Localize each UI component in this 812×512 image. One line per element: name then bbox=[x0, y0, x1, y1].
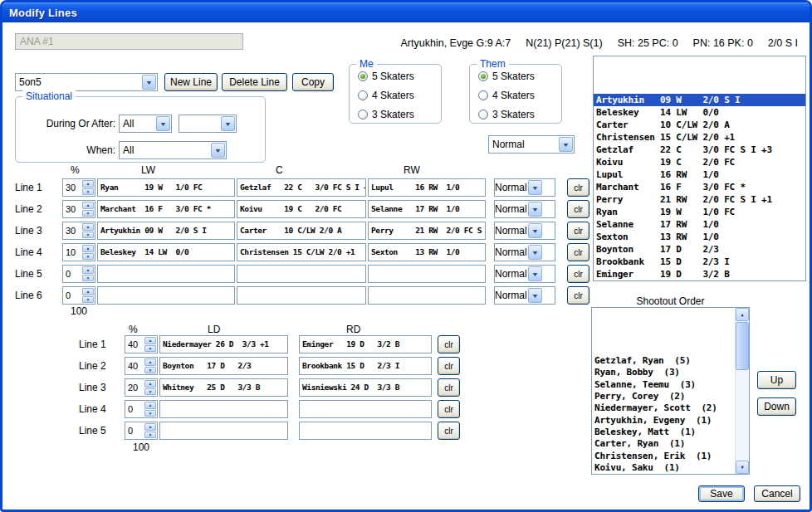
scrollbar-thumb[interactable] bbox=[736, 322, 749, 370]
rw-player-field[interactable]: Lupul 16 RW 1/0 bbox=[368, 178, 486, 197]
c-player-field[interactable]: Carter 10 C/LW 2/0 A bbox=[237, 222, 366, 240]
save-button[interactable]: Save bbox=[698, 485, 745, 502]
roster-player-row[interactable]: Carter 10 C/LW 2/0 A bbox=[594, 119, 805, 131]
spinner-up-icon[interactable] bbox=[144, 358, 156, 366]
spinner-up-icon[interactable] bbox=[144, 380, 156, 388]
roster-player-row[interactable]: Lupul 16 RW 1/0 bbox=[594, 168, 805, 181]
shootout-player-row[interactable]: Lupul, Joffrey (1) bbox=[592, 474, 735, 475]
shootout-player-row[interactable]: Christensen, Erik (1) bbox=[592, 451, 735, 462]
line-tactic-select[interactable]: Normal bbox=[494, 178, 555, 197]
chevron-down-icon[interactable] bbox=[528, 288, 542, 303]
rd-player-field[interactable]: Eminger 19 D 3/2 B bbox=[299, 335, 432, 354]
copy-button[interactable]: Copy bbox=[292, 73, 334, 91]
shootout-player-row[interactable]: Artyukhin, Evgeny (1) bbox=[592, 415, 735, 427]
spinner-up-icon[interactable] bbox=[82, 223, 94, 231]
roster-list[interactable]: Artyukhin 09 W 2/0 S IBeleskey 14 LW 0/0… bbox=[593, 56, 806, 281]
chevron-down-icon[interactable] bbox=[528, 202, 542, 217]
shootout-player-row[interactable]: Koivu, Saku (1) bbox=[592, 462, 735, 474]
clear-line-button[interactable]: clr bbox=[567, 286, 589, 305]
line-tactic-select[interactable]: Normal bbox=[494, 222, 555, 240]
shootout-player-row[interactable]: Getzlaf, Ryan (5) bbox=[592, 355, 735, 367]
formation-select[interactable]: 5on5 bbox=[15, 73, 158, 91]
scroll-up-icon[interactable] bbox=[736, 308, 749, 321]
line-tactic-select[interactable]: Normal bbox=[494, 286, 555, 305]
rw-player-field[interactable] bbox=[368, 286, 486, 305]
c-player-field[interactable] bbox=[237, 286, 366, 305]
down-button[interactable]: Down bbox=[757, 397, 796, 416]
shootout-player-row[interactable]: Perry, Corey (2) bbox=[592, 391, 735, 402]
c-player-field[interactable]: Getzlaf 22 C 3/0 FC S I +3 bbox=[237, 178, 366, 197]
spinner-up-icon[interactable] bbox=[144, 402, 156, 409]
chevron-down-icon[interactable] bbox=[528, 245, 542, 260]
spinner-down-icon[interactable] bbox=[82, 275, 94, 282]
clear-line-button[interactable]: clr bbox=[567, 243, 589, 261]
spinner-up-icon[interactable] bbox=[82, 266, 94, 274]
lw-player-field[interactable] bbox=[97, 265, 235, 283]
lw-player-field[interactable]: Marchant 16 F 3/0 FC * bbox=[97, 200, 235, 218]
chevron-down-icon[interactable] bbox=[559, 137, 573, 152]
c-player-field[interactable]: Koivu 19 C 2/0 FC bbox=[237, 200, 366, 218]
chevron-down-icon[interactable] bbox=[528, 266, 542, 281]
line-pct-spinner[interactable]: 30 bbox=[62, 178, 95, 197]
shootout-scrollbar[interactable] bbox=[735, 308, 749, 474]
roster-player-row[interactable]: Koivu 19 C 2/0 FC bbox=[594, 156, 805, 168]
roster-player-row[interactable]: Marchant 16 F 3/0 FC * bbox=[594, 181, 805, 193]
shootout-player-row[interactable]: Carter, Ryan (1) bbox=[592, 438, 735, 450]
rd-player-field[interactable] bbox=[299, 400, 432, 418]
clear-line-button[interactable]: clr bbox=[567, 222, 589, 240]
new-line-button[interactable]: New Line bbox=[164, 73, 218, 91]
spinner-up-icon[interactable] bbox=[144, 337, 156, 344]
up-button[interactable]: Up bbox=[757, 371, 796, 389]
ld-player-field[interactable] bbox=[159, 400, 288, 418]
roster-player-row[interactable]: Boynton 17 D 2/3 bbox=[594, 243, 805, 256]
them-4-skaters-radio[interactable]: 4 Skaters bbox=[478, 89, 535, 102]
clear-line-button[interactable]: clr bbox=[438, 422, 460, 440]
line-tactic-select[interactable]: Normal bbox=[494, 243, 555, 261]
shootout-player-row[interactable]: Niedermayer, Scott (2) bbox=[592, 402, 735, 414]
lw-player-field[interactable]: Artyukhin 09 W 2/0 S I bbox=[97, 222, 235, 240]
me-3-skaters-radio[interactable]: 3 Skaters bbox=[358, 108, 414, 121]
roster-player-row[interactable]: Getzlaf 22 C 3/0 FC S I +3 bbox=[594, 144, 805, 156]
spinner-up-icon[interactable] bbox=[144, 423, 156, 431]
shootout-player-row[interactable]: Selanne, Teemu (3) bbox=[592, 379, 735, 391]
spinner-down-icon[interactable] bbox=[144, 410, 156, 417]
line-pct-spinner[interactable]: 20 bbox=[125, 378, 158, 397]
ld-player-field[interactable]: Niedermayer 26 D 3/3 +1 bbox=[159, 335, 288, 354]
lw-player-field[interactable]: Beleskey 14 LW 0/0 bbox=[97, 243, 235, 261]
during-detail-select[interactable] bbox=[179, 115, 237, 133]
rw-player-field[interactable]: Perry 21 RW 2/0 FC S I +1 bbox=[368, 222, 486, 240]
spinner-down-icon[interactable] bbox=[144, 432, 156, 439]
line-pct-spinner[interactable]: 30 bbox=[62, 200, 95, 218]
titlebar[interactable]: Modify Lines bbox=[2, 2, 810, 22]
roster-player-row[interactable]: Ryan 19 W 1/0 FC bbox=[594, 206, 805, 218]
spinner-up-icon[interactable] bbox=[82, 202, 94, 209]
line-pct-spinner[interactable]: 0 bbox=[62, 286, 95, 305]
line-pct-spinner[interactable]: 40 bbox=[125, 335, 158, 354]
chevron-down-icon[interactable] bbox=[211, 143, 225, 158]
clear-line-button[interactable]: clr bbox=[567, 265, 589, 283]
spinner-down-icon[interactable] bbox=[82, 188, 94, 196]
roster-player-row[interactable]: Sexton 13 RW 1/0 bbox=[594, 231, 805, 243]
lw-player-field[interactable]: Ryan 19 W 1/0 FC bbox=[97, 178, 235, 197]
shootout-player-row[interactable]: Ryan, Bobby (3) bbox=[592, 367, 735, 378]
spinner-down-icon[interactable] bbox=[82, 253, 94, 261]
rw-player-field[interactable]: Selanne 17 RW 1/0 bbox=[368, 200, 486, 218]
line-pct-spinner[interactable]: 30 bbox=[62, 222, 95, 240]
spinner-up-icon[interactable] bbox=[82, 245, 94, 252]
them-3-skaters-radio[interactable]: 3 Skaters bbox=[478, 108, 535, 121]
spinner-down-icon[interactable] bbox=[144, 345, 156, 353]
rw-player-field[interactable] bbox=[368, 265, 486, 283]
ld-player-field[interactable] bbox=[159, 422, 288, 440]
shootout-order-list[interactable]: Getzlaf, Ryan (5)Ryan, Bobby (3)Selanne,… bbox=[591, 307, 750, 475]
line-tactic-select[interactable]: Normal bbox=[494, 265, 555, 283]
spinner-down-icon[interactable] bbox=[144, 388, 156, 396]
clear-line-button[interactable]: clr bbox=[438, 400, 460, 418]
roster-player-row[interactable]: Selanne 17 RW 1/0 bbox=[594, 218, 805, 231]
chevron-down-icon[interactable] bbox=[528, 180, 542, 195]
lw-player-field[interactable] bbox=[97, 286, 235, 305]
rd-player-field[interactable]: Brookbank 15 D 2/3 I bbox=[299, 357, 432, 375]
spinner-down-icon[interactable] bbox=[82, 232, 94, 239]
line-pct-spinner[interactable]: 10 bbox=[62, 243, 95, 261]
ld-player-field[interactable]: Boynton 17 D 2/3 bbox=[159, 357, 288, 375]
rd-player-field[interactable]: Wisniewski 24 D 3/3 B bbox=[299, 378, 432, 397]
